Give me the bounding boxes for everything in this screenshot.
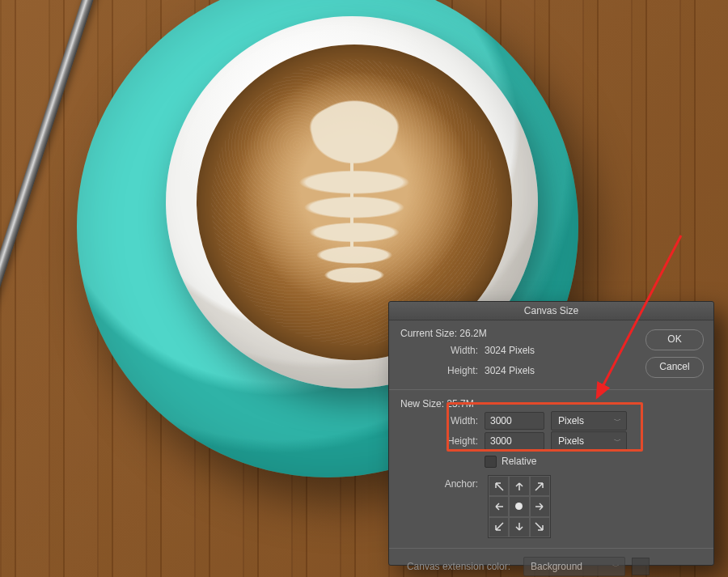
chevron-down-icon: ﹀ — [614, 416, 621, 426]
width-unit-select[interactable]: Pixels ﹀ — [551, 411, 627, 431]
height-unit-value: Pixels — [558, 435, 584, 447]
dialog-title: Canvas Size — [389, 302, 713, 320]
anchor-se[interactable] — [530, 517, 550, 537]
anchor-e[interactable] — [530, 496, 550, 516]
extension-color-label: Canvas extension color: — [400, 561, 517, 572]
anchor-grid[interactable] — [488, 475, 551, 538]
current-height-value: 3024 Pixels — [485, 365, 535, 376]
new-size-heading: New Size: 25.7M — [400, 398, 704, 409]
height-input[interactable]: 3000 — [485, 432, 544, 450]
chevron-down-icon: ﹀ — [614, 436, 621, 447]
width-input[interactable]: 3000 — [485, 412, 544, 430]
new-height-label: Height: — [400, 435, 485, 447]
anchor-ne[interactable] — [530, 476, 550, 496]
height-unit-select[interactable]: Pixels ﹀ — [551, 431, 627, 451]
chevron-down-icon: ﹀ — [612, 562, 620, 572]
current-height-label: Height: — [400, 365, 485, 376]
current-width-label: Width: — [400, 345, 485, 356]
anchor-s[interactable] — [509, 517, 529, 537]
relative-label: Relative — [502, 456, 536, 467]
anchor-sw[interactable] — [489, 517, 509, 537]
anchor-center[interactable] — [509, 496, 529, 516]
anchor-center-dot — [515, 503, 523, 510]
new-size-section: New Size: 25.7M Width: 3000 Pixels ﹀ Hei… — [389, 390, 713, 541]
latte-art — [229, 77, 480, 328]
new-width-label: Width: — [400, 415, 485, 426]
canvas-size-dialog: Canvas Size OK Cancel Current Size: 26.2… — [388, 301, 714, 566]
anchor-nw[interactable] — [489, 476, 509, 496]
anchor-label: Anchor: — [400, 475, 485, 490]
relative-checkbox[interactable] — [485, 456, 497, 468]
anchor-n[interactable] — [509, 476, 529, 496]
anchor-w[interactable] — [489, 496, 509, 516]
width-unit-value: Pixels — [558, 415, 584, 426]
current-size-heading: Current Size: 26.2M — [400, 328, 704, 339]
extension-color-section: Canvas extension color: Background ﹀ — [389, 549, 713, 577]
extension-color-value: Background — [531, 561, 582, 572]
current-size-section: Current Size: 26.2M Width: 3024 Pixels H… — [389, 320, 713, 383]
extension-color-select: Background ﹀ — [523, 557, 625, 576]
extension-color-swatch — [632, 558, 650, 575]
current-width-value: 3024 Pixels — [485, 345, 535, 356]
